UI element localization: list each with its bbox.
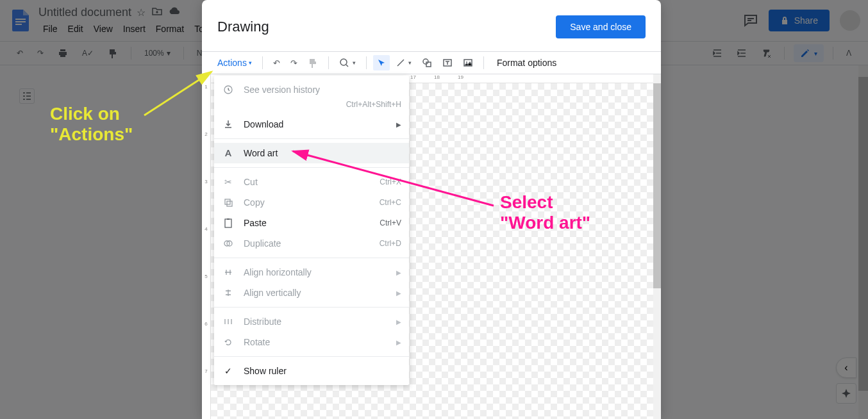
undo-icon[interactable]: ↶ bbox=[269, 55, 284, 71]
textbox-tool-icon[interactable] bbox=[438, 54, 456, 71]
shape-tool-icon[interactable] bbox=[418, 54, 436, 71]
duplicate-icon bbox=[222, 239, 235, 248]
chevron-right-icon: ▶ bbox=[396, 269, 401, 276]
select-tool-icon[interactable] bbox=[373, 55, 390, 70]
chevron-right-icon: ▶ bbox=[396, 339, 401, 346]
svg-point-8 bbox=[466, 62, 467, 63]
distribute-icon bbox=[222, 317, 235, 326]
redo-icon[interactable]: ↷ bbox=[287, 55, 301, 71]
svg-point-9 bbox=[224, 86, 232, 94]
checkmark-icon: ✓ bbox=[222, 366, 235, 376]
vertical-ruler: 1234567 bbox=[202, 74, 211, 419]
svg-point-14 bbox=[224, 241, 230, 246]
menu-cut: ✂ Cut Ctrl+X bbox=[214, 172, 409, 192]
svg-rect-11 bbox=[227, 201, 232, 206]
chevron-right-icon: ▶ bbox=[396, 318, 401, 325]
align-vertical-icon bbox=[222, 288, 235, 297]
svg-point-15 bbox=[227, 241, 232, 246]
line-tool-icon[interactable]: ▾ bbox=[392, 55, 415, 70]
chevron-right-icon: ▶ bbox=[396, 121, 401, 128]
menu-version-history: See version history bbox=[214, 79, 409, 100]
menu-distribute: Distribute ▶ bbox=[214, 311, 409, 332]
wordart-icon bbox=[222, 148, 235, 158]
cut-icon: ✂ bbox=[222, 177, 235, 187]
svg-point-4 bbox=[423, 59, 428, 64]
paste-icon bbox=[222, 218, 235, 228]
svg-rect-7 bbox=[464, 60, 472, 66]
svg-rect-6 bbox=[444, 60, 451, 66]
svg-rect-12 bbox=[225, 219, 231, 227]
svg-point-3 bbox=[340, 59, 347, 65]
rotate-icon bbox=[222, 338, 235, 347]
menu-word-art[interactable]: Word art bbox=[214, 143, 409, 163]
menu-show-ruler[interactable]: ✓ Show ruler bbox=[214, 361, 409, 381]
menu-copy: Copy Ctrl+C bbox=[214, 192, 409, 213]
drawing-toolbar: Actions▾ ↶ ↷ ▾ ▾ Format options bbox=[202, 51, 661, 74]
chevron-right-icon: ▶ bbox=[396, 290, 401, 297]
menu-download[interactable]: Download ▶ bbox=[214, 114, 409, 135]
menu-align-horizontal: Align horizontally ▶ bbox=[214, 262, 409, 283]
drawing-scrollbar[interactable] bbox=[653, 74, 661, 419]
actions-dropdown-button[interactable]: Actions▾ bbox=[213, 54, 256, 71]
menu-paste[interactable]: Paste Ctrl+V bbox=[214, 213, 409, 233]
download-icon bbox=[222, 119, 235, 129]
paint-format-icon[interactable] bbox=[304, 54, 322, 71]
menu-duplicate: Duplicate Ctrl+D bbox=[214, 233, 409, 254]
copy-icon bbox=[222, 198, 235, 207]
align-horizontal-icon bbox=[222, 268, 235, 277]
save-and-close-button[interactable]: Save and close bbox=[556, 15, 646, 38]
svg-rect-13 bbox=[227, 218, 230, 220]
actions-menu: See version history Ctrl+Alt+Shift+H Dow… bbox=[214, 76, 409, 385]
menu-align-vertical: Align vertically ▶ bbox=[214, 283, 409, 303]
history-icon bbox=[222, 85, 235, 95]
menu-rotate: Rotate ▶ bbox=[214, 332, 409, 352]
svg-rect-10 bbox=[225, 199, 230, 204]
svg-rect-5 bbox=[426, 62, 431, 67]
format-options-button[interactable]: Format options bbox=[497, 58, 556, 68]
dialog-title: Drawing bbox=[217, 19, 269, 35]
image-tool-icon[interactable] bbox=[459, 54, 477, 71]
zoom-dropdown[interactable]: ▾ bbox=[335, 54, 360, 71]
